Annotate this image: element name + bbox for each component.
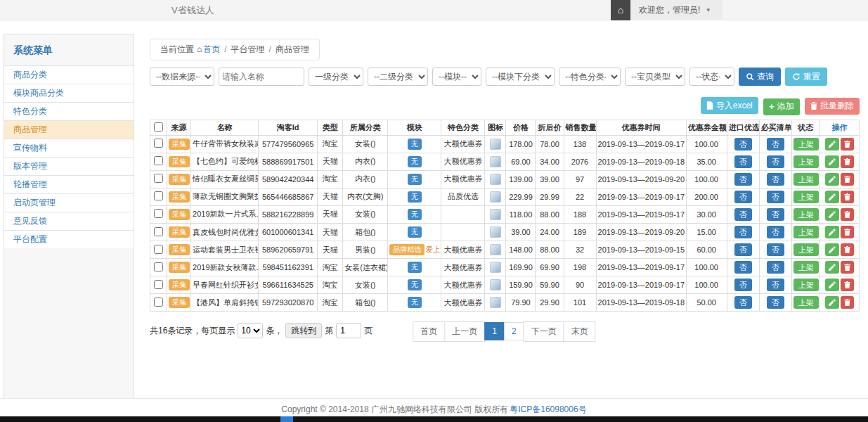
page-button[interactable]: 2: [504, 322, 524, 340]
name-input[interactable]: [219, 68, 304, 86]
must-buy-toggle[interactable]: 否: [767, 243, 784, 256]
import-select-toggle[interactable]: 否: [734, 138, 752, 151]
icp-link[interactable]: 粤ICP备16098006号: [510, 404, 586, 414]
edit-button[interactable]: [825, 296, 839, 309]
status-button[interactable]: 上架: [793, 261, 819, 274]
sidebar-item[interactable]: 商品分类: [4, 65, 134, 84]
row-checkbox[interactable]: [154, 156, 163, 165]
row-checkbox[interactable]: [154, 280, 163, 289]
delete-button[interactable]: [841, 191, 854, 203]
module-sub-category-select[interactable]: --模块下分类--: [486, 68, 555, 86]
bulk-delete-button[interactable]: 批量删除: [805, 98, 860, 115]
row-checkbox[interactable]: [154, 139, 163, 148]
page-button[interactable]: 首页: [413, 321, 445, 342]
search-button[interactable]: 查询: [739, 68, 781, 86]
sidebar-item[interactable]: 商品管理: [4, 120, 134, 139]
row-checkbox[interactable]: [154, 209, 163, 218]
special-category-select[interactable]: --特色分类--: [559, 68, 621, 86]
module-select[interactable]: --模块--: [432, 68, 481, 86]
delete-button[interactable]: [841, 173, 854, 186]
breadcrumb-item-platform[interactable]: 平台管理: [231, 44, 265, 54]
edit-button[interactable]: [825, 226, 839, 238]
page-button[interactable]: 下一页: [524, 321, 564, 342]
breadcrumb-home-link[interactable]: ⌂首页: [194, 44, 220, 54]
import-select-toggle[interactable]: 否: [734, 243, 752, 256]
import-excel-button[interactable]: 导入excel: [701, 97, 758, 114]
status-button[interactable]: 上架: [793, 138, 819, 151]
edit-button[interactable]: [825, 191, 839, 203]
import-select-toggle[interactable]: 否: [734, 296, 752, 309]
sidebar-item[interactable]: 宣传物料: [4, 139, 134, 157]
edit-button[interactable]: [825, 279, 839, 291]
status-select[interactable]: --状态--: [689, 68, 734, 86]
per-page-select[interactable]: 10: [238, 323, 263, 338]
item-type-select[interactable]: --宝贝类型--: [625, 68, 685, 86]
delete-button[interactable]: [841, 138, 854, 151]
edit-button[interactable]: [825, 243, 839, 256]
add-button[interactable]: + 添加: [763, 98, 800, 115]
import-select-toggle[interactable]: 否: [734, 173, 752, 186]
edit-button[interactable]: [825, 155, 839, 168]
delete-button[interactable]: [841, 279, 854, 291]
sidebar-item[interactable]: 平台配置: [4, 230, 134, 248]
page-button[interactable]: 末页: [564, 321, 596, 342]
must-buy-toggle[interactable]: 否: [767, 279, 784, 291]
page-button[interactable]: 1: [484, 322, 505, 340]
level1-category-select[interactable]: 一级分类: [309, 68, 363, 86]
edit-button[interactable]: [825, 261, 839, 274]
row-checkbox[interactable]: [154, 227, 163, 236]
data-source-select[interactable]: --数据来源--: [150, 68, 214, 86]
must-buy-toggle[interactable]: 否: [767, 226, 784, 238]
edit-button[interactable]: [825, 208, 839, 221]
delete-button[interactable]: [841, 208, 854, 221]
status-button[interactable]: 上架: [793, 296, 819, 309]
sidebar-item[interactable]: 特色分类: [4, 102, 134, 120]
reset-button[interactable]: 重置: [785, 68, 827, 86]
must-buy-toggle[interactable]: 否: [767, 155, 784, 168]
page-button[interactable]: 上一页: [444, 321, 485, 342]
must-buy-toggle[interactable]: 否: [767, 191, 784, 203]
must-buy-toggle[interactable]: 否: [767, 261, 784, 274]
row-checkbox[interactable]: [154, 245, 163, 254]
delete-button[interactable]: [841, 226, 854, 238]
page-number-input[interactable]: [336, 323, 361, 338]
status-button[interactable]: 上架: [793, 155, 819, 168]
row-checkbox[interactable]: [154, 191, 163, 200]
status-button[interactable]: 上架: [793, 279, 819, 291]
row-checkbox[interactable]: [154, 174, 163, 183]
delete-button[interactable]: [841, 155, 854, 168]
must-buy-toggle[interactable]: 否: [767, 208, 784, 221]
edit-button[interactable]: [825, 138, 839, 151]
import-select-toggle[interactable]: 否: [734, 208, 752, 221]
import-select-toggle[interactable]: 否: [734, 261, 752, 274]
taskbar-icon[interactable]: [280, 416, 293, 422]
status-button[interactable]: 上架: [793, 226, 819, 238]
status-button[interactable]: 上架: [793, 173, 819, 186]
level2-category-select[interactable]: --二级分类--: [368, 68, 428, 86]
delete-button[interactable]: [841, 261, 854, 274]
sidebar-item[interactable]: 版本管理: [4, 157, 134, 175]
edit-button[interactable]: [825, 173, 839, 186]
must-buy-toggle[interactable]: 否: [767, 173, 784, 186]
import-select-toggle[interactable]: 否: [734, 226, 752, 238]
user-menu[interactable]: 欢迎您，管理员! ▼: [630, 0, 723, 20]
row-checkbox[interactable]: [154, 262, 163, 271]
select-all-checkbox[interactable]: [154, 122, 163, 132]
jump-button[interactable]: 跳转到: [285, 323, 322, 338]
status-button[interactable]: 上架: [793, 191, 819, 203]
home-button[interactable]: ⌂: [611, 0, 630, 20]
status-button[interactable]: 上架: [793, 208, 819, 221]
sidebar-item[interactable]: 模块商品分类: [4, 84, 134, 102]
status-button[interactable]: 上架: [793, 243, 819, 256]
import-select-toggle[interactable]: 否: [734, 191, 752, 203]
must-buy-toggle[interactable]: 否: [767, 138, 784, 151]
sidebar-item[interactable]: 启动页管理: [4, 193, 134, 212]
import-select-toggle[interactable]: 否: [734, 155, 752, 168]
row-checkbox[interactable]: [154, 298, 163, 307]
delete-button[interactable]: [841, 296, 854, 309]
import-select-toggle[interactable]: 否: [734, 279, 752, 291]
sidebar-item[interactable]: 轮播管理: [4, 175, 134, 193]
must-buy-toggle[interactable]: 否: [767, 296, 784, 309]
sidebar-item[interactable]: 意见反馈: [4, 212, 134, 230]
delete-button[interactable]: [841, 243, 854, 256]
